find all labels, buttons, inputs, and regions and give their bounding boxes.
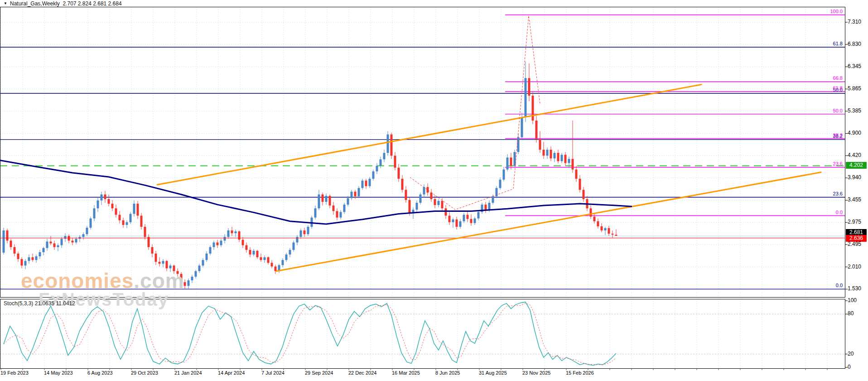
candle-body[interactable] bbox=[14, 247, 16, 254]
candle-body[interactable] bbox=[57, 245, 59, 247]
candle-body[interactable] bbox=[535, 121, 538, 139]
candle-body[interactable] bbox=[235, 231, 237, 233]
stoch-d-line[interactable] bbox=[4, 303, 616, 365]
candle-body[interactable] bbox=[17, 254, 19, 259]
candle-body[interactable] bbox=[249, 250, 251, 254]
candle-body[interactable] bbox=[448, 216, 451, 222]
candle-body[interactable] bbox=[285, 254, 288, 260]
candle-body[interactable] bbox=[101, 195, 103, 200]
candle-body[interactable] bbox=[351, 192, 353, 198]
candle-body[interactable] bbox=[362, 181, 364, 188]
candle-body[interactable] bbox=[340, 212, 342, 217]
candle-body[interactable] bbox=[35, 256, 38, 260]
candle-body[interactable] bbox=[90, 219, 92, 228]
candle-body[interactable] bbox=[405, 190, 407, 200]
candle-body[interactable] bbox=[365, 181, 367, 186]
candle-body[interactable] bbox=[97, 200, 99, 208]
candle-body[interactable] bbox=[21, 259, 23, 265]
candle-body[interactable] bbox=[550, 150, 552, 158]
candle-body[interactable] bbox=[82, 234, 85, 237]
candle-body[interactable] bbox=[140, 216, 143, 227]
candle-body[interactable] bbox=[108, 199, 110, 204]
candle-body[interactable] bbox=[122, 220, 125, 225]
candle-body[interactable] bbox=[191, 277, 193, 280]
candle-body[interactable] bbox=[423, 187, 425, 194]
candle-body[interactable] bbox=[532, 96, 534, 121]
candle-body[interactable] bbox=[445, 208, 447, 215]
candle-body[interactable] bbox=[514, 152, 516, 166]
candle-body[interactable] bbox=[271, 263, 273, 266]
symbol-dropdown-icon[interactable]: ▼ bbox=[4, 1, 7, 5]
candle-body[interactable] bbox=[195, 271, 197, 277]
candle-body[interactable] bbox=[583, 190, 585, 199]
candle-body[interactable] bbox=[133, 204, 135, 214]
candle-body[interactable] bbox=[474, 219, 476, 223]
chart-canvas[interactable]: 61.850.038.223.60.0100.066.861.850.038.2… bbox=[0, 0, 868, 381]
candle-body[interactable] bbox=[188, 280, 190, 286]
candle-body[interactable] bbox=[314, 208, 317, 217]
candle-body[interactable] bbox=[53, 244, 56, 247]
candle-body[interactable] bbox=[499, 180, 502, 188]
candle-body[interactable] bbox=[307, 227, 309, 234]
candle-body[interactable] bbox=[119, 215, 121, 220]
candle-body[interactable] bbox=[593, 217, 596, 221]
candle-body[interactable] bbox=[456, 220, 458, 227]
candle-body[interactable] bbox=[322, 195, 324, 202]
candle-body[interactable] bbox=[24, 261, 27, 265]
candle-body[interactable] bbox=[155, 254, 157, 262]
candle-body[interactable] bbox=[517, 137, 520, 152]
candle-body[interactable] bbox=[372, 171, 375, 179]
candle-body[interactable] bbox=[358, 188, 360, 196]
candle-body[interactable] bbox=[209, 247, 212, 254]
candle-body[interactable] bbox=[198, 266, 201, 271]
candle-body[interactable] bbox=[394, 156, 396, 168]
candle-body[interactable] bbox=[427, 187, 429, 192]
candle-body[interactable] bbox=[557, 153, 559, 161]
candle-body[interactable] bbox=[564, 155, 567, 163]
candle-body[interactable] bbox=[347, 198, 349, 205]
candle-body[interactable] bbox=[264, 257, 266, 260]
candle-body[interactable] bbox=[242, 240, 244, 245]
candle-body[interactable] bbox=[401, 179, 404, 190]
candle-body[interactable] bbox=[467, 215, 469, 219]
candle-body[interactable] bbox=[325, 196, 328, 202]
candle-body[interactable] bbox=[144, 227, 146, 237]
candle-body[interactable] bbox=[246, 245, 248, 250]
candle-body[interactable] bbox=[430, 193, 433, 199]
candle-body[interactable] bbox=[477, 212, 480, 218]
candle-body[interactable] bbox=[224, 237, 226, 240]
candle-body[interactable] bbox=[3, 230, 5, 253]
candle-body[interactable] bbox=[398, 168, 400, 179]
candle-body[interactable] bbox=[488, 203, 491, 210]
candle-body[interactable] bbox=[68, 236, 70, 240]
candle-body[interactable] bbox=[568, 159, 570, 163]
candle-body[interactable] bbox=[93, 208, 96, 218]
candle-body[interactable] bbox=[231, 230, 233, 233]
candle-body[interactable] bbox=[289, 250, 291, 254]
candle-body[interactable] bbox=[267, 257, 270, 263]
candle-body[interactable] bbox=[506, 157, 509, 169]
candle-body[interactable] bbox=[6, 230, 9, 240]
candle-body[interactable] bbox=[463, 215, 465, 221]
candle-body[interactable] bbox=[597, 221, 599, 226]
candle-body[interactable] bbox=[217, 243, 219, 245]
trendline-lower-channel[interactable] bbox=[276, 172, 821, 271]
forecast-dashed-line[interactable] bbox=[410, 16, 540, 210]
candle-body[interactable] bbox=[459, 221, 462, 227]
candle-body[interactable] bbox=[575, 170, 578, 179]
candle-body[interactable] bbox=[409, 200, 411, 213]
candle-body[interactable] bbox=[256, 251, 259, 257]
candle-body[interactable] bbox=[111, 204, 114, 208]
candle-body[interactable] bbox=[159, 262, 161, 264]
candle-body[interactable] bbox=[354, 192, 357, 196]
candle-body[interactable] bbox=[561, 155, 563, 161]
candle-body[interactable] bbox=[86, 228, 88, 234]
candle-body[interactable] bbox=[238, 231, 241, 239]
candle-body[interactable] bbox=[441, 201, 444, 208]
candle-body[interactable] bbox=[227, 230, 230, 237]
candle-body[interactable] bbox=[115, 208, 117, 215]
candle-body[interactable] bbox=[438, 201, 440, 205]
candle-body[interactable] bbox=[329, 196, 331, 205]
candle-body[interactable] bbox=[416, 203, 418, 210]
candle-body[interactable] bbox=[275, 267, 277, 271]
